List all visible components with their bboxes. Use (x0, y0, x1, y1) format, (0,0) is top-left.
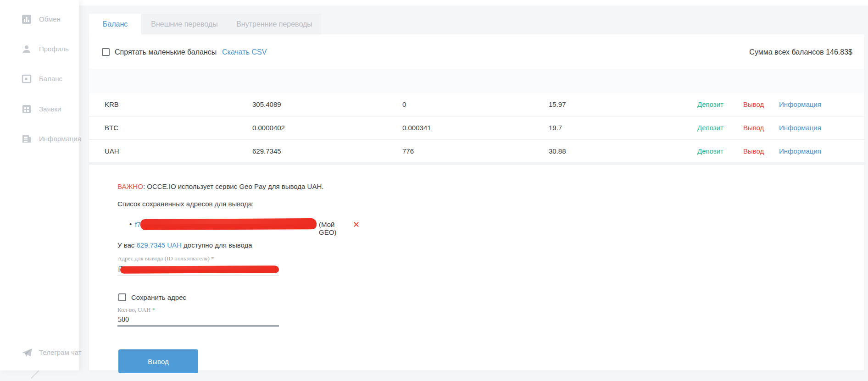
logo-fragment (31, 370, 39, 379)
news-icon (21, 133, 32, 144)
info-link[interactable]: Информация (779, 100, 821, 108)
sidebar-item-label: Телеграм чат (39, 348, 82, 356)
deposit-link[interactable]: Депозит (697, 100, 723, 108)
hide-small-balances-label: Спрятать маленькие балансы (115, 48, 217, 56)
sidebar-item-balance[interactable]: Баланс (0, 73, 79, 85)
required-mark: * (152, 306, 156, 313)
important-text: : OCCE.IO использует сервис Geo Pay для … (143, 182, 324, 190)
redaction-scribble (120, 265, 279, 274)
withdraw-link[interactable]: Вывод (743, 100, 764, 108)
download-csv-link[interactable]: Скачать CSV (222, 48, 267, 56)
address-field-label: Адрес для вывода (ID пользователя) * (117, 255, 214, 262)
important-label: ВАЖНО (117, 182, 143, 190)
address-field-underline (117, 276, 279, 276)
sidebar: Обмен Профиль Баланс Заявки Информация (0, 0, 79, 370)
cell-in-orders: 776 (402, 147, 414, 155)
info-link[interactable]: Информация (779, 147, 821, 155)
available-suffix: доступно для вывода (182, 241, 252, 249)
top-strip (0, 0, 868, 6)
sidebar-item-label: Профиль (39, 45, 69, 53)
sidebar-item-label: Информация (39, 135, 81, 143)
total-balance-label: Сумма всех балансов 146.83$ (749, 48, 852, 56)
tab-balance[interactable]: Баланс (89, 14, 141, 34)
info-link[interactable]: Информация (779, 124, 821, 132)
delete-address-icon[interactable]: ✕ (353, 220, 360, 230)
user-icon (21, 44, 32, 55)
sidebar-item-information[interactable]: Информация (0, 133, 79, 145)
cell-in-orders: 0.000341 (402, 124, 431, 132)
saved-address-note: (Мой GEO) (319, 221, 336, 236)
amount-field-value[interactable]: 500 (118, 315, 129, 324)
save-address-checkbox[interactable] (118, 293, 126, 301)
cell-balance: 305.4089 (252, 100, 281, 108)
deposit-link[interactable]: Депозит (697, 124, 723, 132)
cell-balance: 0.0000402 (252, 124, 285, 132)
table-row-krb: KRB 305.4089 0 15.97 Депозит Вывод Инфор… (89, 93, 864, 116)
wallet-icon (21, 73, 32, 84)
sidebar-item-label: Баланс (39, 75, 62, 83)
table-row-uah: UAH 629.7345 776 30.88 Депозит Вывод Инф… (89, 140, 864, 163)
cell-usdt: 15.97 (549, 100, 566, 108)
withdraw-submit-button[interactable]: Вывод (118, 349, 198, 373)
sidebar-item-label: Обмен (39, 15, 61, 23)
cell-usdt: 30.88 (549, 147, 566, 155)
cell-usdt: 19.7 (549, 124, 562, 132)
sidebar-item-orders[interactable]: Заявки (0, 104, 79, 116)
available-amount[interactable]: 629.7345 UAH (137, 241, 182, 249)
table-row-btc: BTC 0.0000402 0.000341 19.7 Депозит Выво… (89, 116, 864, 140)
available-amount-line: У вас 629.7345 UAH доступно для вывода (117, 241, 252, 249)
important-notice: ВАЖНО: OCCE.IO использует сервис Geo Pay… (117, 182, 323, 190)
available-prefix: У вас (117, 241, 137, 249)
hide-small-balances-checkbox[interactable] (102, 48, 110, 56)
paper-plane-icon (21, 347, 32, 358)
cell-balance: 629.7345 (252, 147, 281, 155)
amount-field-underline (117, 326, 279, 326)
cell-coin: KRB (105, 100, 119, 108)
tab-internal-transfers[interactable]: Внутренние переводы (228, 14, 321, 34)
amount-label-text: Кол-во, UAH (117, 306, 152, 313)
sidebar-item-label: Заявки (39, 105, 61, 113)
save-address-label: Сохранить адрес (131, 293, 186, 301)
withdraw-link[interactable]: Вывод (743, 124, 764, 132)
saved-addresses-title: Список сохраненных адресов для вывода: (117, 200, 254, 208)
table-bottom-divider (89, 162, 864, 165)
table-header-row: Монеты Баланс В заявках Баланс в USDT Де… (89, 69, 864, 93)
tab-label: Баланс (103, 20, 128, 28)
tab-label: Внутренние переводы (236, 20, 312, 28)
tab-label: Внешние переводы (151, 20, 217, 28)
tab-external-transfers[interactable]: Внешние переводы (141, 14, 228, 34)
sidebar-item-profile[interactable]: Профиль (0, 44, 79, 55)
sidebar-item-telegram-chat[interactable]: Телеграм чат (0, 347, 79, 359)
orders-grid-icon (21, 104, 32, 115)
cell-coin: UAH (105, 147, 119, 155)
cell-in-orders: 0 (402, 100, 406, 108)
amount-field-label: Кол-во, UAH * (117, 306, 155, 314)
deposit-link[interactable]: Депозит (697, 147, 723, 155)
exchange-chart-icon (21, 14, 32, 25)
withdraw-link[interactable]: Вывод (743, 147, 764, 155)
app-window: Обмен Профиль Баланс Заявки Информация (0, 0, 868, 381)
sidebar-item-exchange[interactable]: Обмен (0, 14, 79, 26)
redaction-scribble (140, 218, 317, 230)
cell-coin: BTC (105, 124, 118, 132)
